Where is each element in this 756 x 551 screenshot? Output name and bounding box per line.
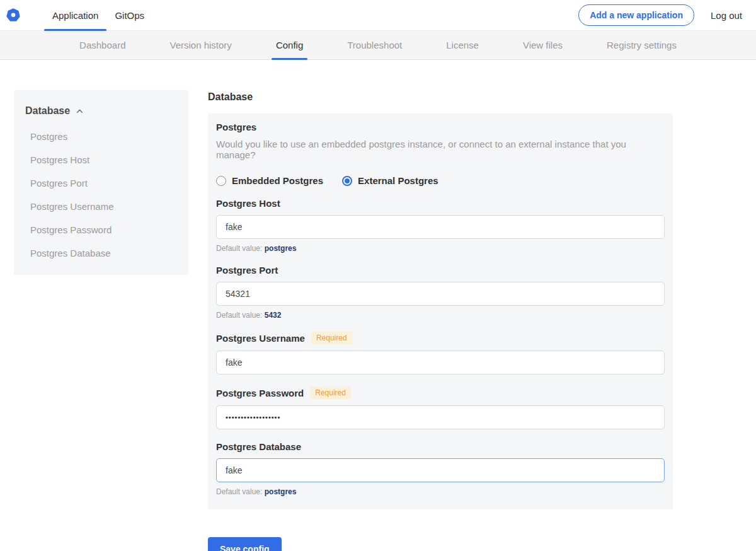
tab-gitops-label: GitOps bbox=[115, 10, 144, 21]
radio-selected-icon bbox=[342, 176, 352, 186]
app-logo[interactable] bbox=[6, 8, 20, 22]
postgres-database-input[interactable] bbox=[216, 458, 665, 482]
sidebar-item-postgres-username[interactable]: Postgres Username bbox=[30, 195, 177, 218]
subnav-version-history[interactable]: Version history bbox=[165, 31, 236, 59]
postgres-mode-options: Embedded Postgres External Postgres bbox=[216, 175, 665, 186]
sidebar-item-postgres-port[interactable]: Postgres Port bbox=[30, 171, 177, 195]
app-tabs: Application GitOps bbox=[44, 0, 152, 30]
postgres-port-label: Postgres Port bbox=[216, 265, 278, 276]
chevron-up-icon bbox=[76, 107, 84, 115]
postgres-port-input[interactable] bbox=[216, 282, 665, 306]
subnav-troubleshoot-label: Troubleshoot bbox=[347, 40, 402, 50]
subnav-registry-settings[interactable]: Registry settings bbox=[602, 31, 681, 59]
subnav-dashboard-label: Dashboard bbox=[79, 40, 125, 50]
subnav-version-history-label: Version history bbox=[169, 40, 231, 50]
top-navbar: Application GitOps Add a new application… bbox=[0, 0, 756, 30]
default-prefix: Default value: bbox=[216, 311, 262, 320]
default-value: 5432 bbox=[265, 311, 282, 320]
postgres-group-label: Postgres bbox=[216, 122, 665, 132]
sidebar-item-postgres-password[interactable]: Postgres Password bbox=[30, 218, 177, 241]
logout-link[interactable]: Log out bbox=[711, 10, 742, 21]
tab-application-label: Application bbox=[52, 10, 98, 21]
subnav-registry-settings-label: Registry settings bbox=[607, 40, 677, 50]
field-postgres-username: Postgres Username Required bbox=[216, 332, 665, 374]
default-prefix: Default value: bbox=[216, 244, 262, 253]
config-sidebar: Database Postgres Postgres Host Postgres… bbox=[14, 90, 188, 275]
postgres-password-input[interactable] bbox=[216, 405, 665, 429]
add-new-application-button[interactable]: Add a new application bbox=[578, 4, 694, 26]
config-page-layout: Database Postgres Postgres Host Postgres… bbox=[0, 60, 756, 551]
sidebar-item-postgres-database[interactable]: Postgres Database bbox=[30, 241, 177, 265]
subnav-dashboard[interactable]: Dashboard bbox=[75, 31, 130, 59]
required-badge: Required bbox=[311, 332, 352, 344]
postgres-mode-group: Postgres Would you like to use an embedd… bbox=[216, 122, 665, 186]
radio-external-postgres[interactable]: External Postgres bbox=[342, 175, 438, 186]
default-prefix: Default value: bbox=[216, 487, 262, 496]
default-value: postgres bbox=[265, 244, 297, 253]
subnav-config-label: Config bbox=[276, 40, 303, 50]
sidebar-group-database-label: Database bbox=[25, 105, 70, 117]
config-main: Database Postgres Would you like to use … bbox=[208, 90, 673, 551]
save-config-button[interactable]: Save config bbox=[208, 537, 282, 551]
sidebar-group-database[interactable]: Database bbox=[25, 105, 177, 117]
radio-external-postgres-label: External Postgres bbox=[358, 175, 438, 186]
topnav-right-actions: Add a new application Log out bbox=[578, 4, 742, 26]
postgres-host-label: Postgres Host bbox=[216, 198, 280, 209]
sidebar-item-postgres[interactable]: Postgres bbox=[30, 125, 177, 148]
sidebar-item-postgres-host[interactable]: Postgres Host bbox=[30, 148, 177, 171]
subnav-troubleshoot[interactable]: Troubleshoot bbox=[343, 31, 406, 59]
database-config-panel: Postgres Would you like to use an embedd… bbox=[208, 113, 673, 509]
postgres-database-default: Default value: postgres bbox=[216, 487, 665, 496]
subnav-license-label: License bbox=[446, 40, 479, 50]
subnav-config[interactable]: Config bbox=[272, 31, 307, 59]
subnav-view-files-label: View files bbox=[523, 40, 563, 50]
postgres-host-default: Default value: postgres bbox=[216, 244, 665, 253]
required-badge: Required bbox=[310, 386, 351, 399]
field-postgres-port: Postgres Port Default value: 5432 bbox=[216, 265, 665, 320]
page-title: Database bbox=[208, 91, 673, 103]
postgres-host-input[interactable] bbox=[216, 215, 665, 239]
field-postgres-password: Postgres Password Required bbox=[216, 386, 665, 429]
postgres-username-input[interactable] bbox=[216, 351, 665, 374]
tab-application[interactable]: Application bbox=[44, 0, 106, 30]
subnav-license[interactable]: License bbox=[442, 31, 483, 59]
postgres-username-label: Postgres Username bbox=[216, 333, 305, 344]
radio-embedded-postgres[interactable]: Embedded Postgres bbox=[216, 175, 323, 186]
app-logo-icon bbox=[6, 8, 20, 22]
postgres-database-label: Postgres Database bbox=[216, 441, 301, 452]
postgres-group-help: Would you like to use an embedded postgr… bbox=[216, 139, 665, 160]
postgres-password-label: Postgres Password bbox=[216, 388, 304, 398]
postgres-port-default: Default value: 5432 bbox=[216, 311, 665, 320]
radio-unselected-icon bbox=[216, 176, 226, 186]
radio-embedded-postgres-label: Embedded Postgres bbox=[232, 175, 323, 186]
default-value: postgres bbox=[265, 487, 297, 496]
field-postgres-host: Postgres Host Default value: postgres bbox=[216, 198, 665, 253]
subnav-view-files[interactable]: View files bbox=[518, 31, 567, 59]
app-subnav: Dashboard Version history Config Trouble… bbox=[0, 30, 756, 60]
tab-gitops[interactable]: GitOps bbox=[106, 0, 152, 30]
field-postgres-database: Postgres Database Default value: postgre… bbox=[216, 441, 665, 496]
